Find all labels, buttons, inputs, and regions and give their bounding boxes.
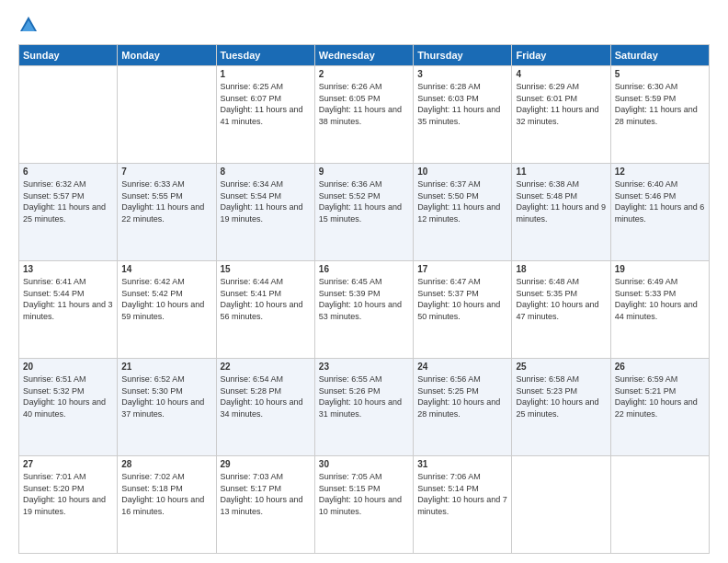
day-info: Sunrise: 6:51 AMSunset: 5:32 PMDaylight:… — [23, 373, 113, 419]
day-info: Sunrise: 7:02 AMSunset: 5:18 PMDaylight:… — [121, 471, 211, 517]
calendar-cell: 12Sunrise: 6:40 AMSunset: 5:46 PMDayligh… — [610, 164, 709, 261]
calendar-week-1: 1Sunrise: 6:25 AMSunset: 6:07 PMDaylight… — [19, 66, 710, 164]
day-info: Sunrise: 6:54 AMSunset: 5:28 PMDaylight:… — [221, 373, 311, 419]
weekday-header-tuesday: Tuesday — [216, 45, 314, 66]
calendar-cell: 5Sunrise: 6:30 AMSunset: 5:59 PMDaylight… — [610, 66, 709, 164]
calendar-cell: 11Sunrise: 6:38 AMSunset: 5:48 PMDayligh… — [512, 164, 610, 261]
calendar-cell — [610, 456, 709, 554]
day-info: Sunrise: 6:42 AMSunset: 5:42 PMDaylight:… — [121, 276, 211, 322]
day-info: Sunrise: 6:29 AMSunset: 6:01 PMDaylight:… — [516, 81, 606, 127]
calendar-cell: 6Sunrise: 6:32 AMSunset: 5:57 PMDaylight… — [19, 164, 118, 261]
day-info: Sunrise: 6:49 AMSunset: 5:33 PMDaylight:… — [615, 276, 705, 322]
day-info: Sunrise: 6:41 AMSunset: 5:44 PMDaylight:… — [23, 276, 113, 322]
weekday-header-saturday: Saturday — [610, 45, 709, 66]
calendar-cell: 10Sunrise: 6:37 AMSunset: 5:50 PMDayligh… — [414, 164, 512, 261]
calendar-cell: 15Sunrise: 6:44 AMSunset: 5:41 PMDayligh… — [216, 261, 314, 359]
calendar-week-5: 27Sunrise: 7:01 AMSunset: 5:20 PMDayligh… — [19, 456, 710, 554]
calendar-cell: 31Sunrise: 7:06 AMSunset: 5:14 PMDayligh… — [414, 456, 512, 554]
day-info: Sunrise: 6:28 AMSunset: 6:03 PMDaylight:… — [417, 81, 507, 127]
calendar-week-4: 20Sunrise: 6:51 AMSunset: 5:32 PMDayligh… — [19, 359, 710, 456]
day-info: Sunrise: 6:55 AMSunset: 5:26 PMDaylight:… — [319, 373, 409, 419]
calendar-cell: 27Sunrise: 7:01 AMSunset: 5:20 PMDayligh… — [19, 456, 118, 554]
day-info: Sunrise: 6:25 AMSunset: 6:07 PMDaylight:… — [221, 81, 311, 127]
day-info: Sunrise: 6:59 AMSunset: 5:21 PMDaylight:… — [615, 373, 705, 419]
calendar-cell: 29Sunrise: 7:03 AMSunset: 5:17 PMDayligh… — [216, 456, 314, 554]
day-info: Sunrise: 6:33 AMSunset: 5:55 PMDaylight:… — [121, 178, 211, 224]
day-number: 14 — [121, 264, 211, 274]
day-number: 29 — [221, 459, 311, 469]
day-number: 7 — [121, 167, 211, 177]
day-info: Sunrise: 6:26 AMSunset: 6:05 PMDaylight:… — [319, 81, 409, 127]
day-number: 26 — [615, 362, 705, 372]
day-number: 19 — [615, 264, 705, 274]
day-info: Sunrise: 6:30 AMSunset: 5:59 PMDaylight:… — [615, 81, 705, 127]
day-number: 28 — [121, 459, 211, 469]
day-info: Sunrise: 6:36 AMSunset: 5:52 PMDaylight:… — [319, 178, 409, 224]
weekday-header-thursday: Thursday — [414, 45, 512, 66]
day-number: 11 — [516, 167, 606, 177]
logo-icon — [18, 15, 39, 35]
day-number: 23 — [319, 362, 409, 372]
calendar-cell: 1Sunrise: 6:25 AMSunset: 6:07 PMDaylight… — [216, 66, 314, 164]
day-info: Sunrise: 6:48 AMSunset: 5:35 PMDaylight:… — [516, 276, 606, 322]
day-info: Sunrise: 7:06 AMSunset: 5:14 PMDaylight:… — [417, 471, 507, 517]
calendar-cell — [19, 66, 118, 164]
day-number: 9 — [319, 167, 409, 177]
day-number: 31 — [417, 459, 507, 469]
calendar-cell — [512, 456, 610, 554]
weekday-header-friday: Friday — [512, 45, 610, 66]
day-number: 10 — [417, 167, 507, 177]
day-info: Sunrise: 6:45 AMSunset: 5:39 PMDaylight:… — [319, 276, 409, 322]
day-number: 5 — [615, 69, 705, 79]
weekday-header-wednesday: Wednesday — [314, 45, 413, 66]
day-number: 22 — [221, 362, 311, 372]
day-info: Sunrise: 7:01 AMSunset: 5:20 PMDaylight:… — [23, 471, 113, 517]
day-number: 17 — [417, 264, 507, 274]
calendar-cell: 20Sunrise: 6:51 AMSunset: 5:32 PMDayligh… — [19, 359, 118, 456]
day-number: 30 — [319, 459, 409, 469]
day-info: Sunrise: 7:03 AMSunset: 5:17 PMDaylight:… — [221, 471, 311, 517]
day-number: 3 — [417, 69, 507, 79]
page: SundayMondayTuesdayWednesdayThursdayFrid… — [0, 0, 728, 563]
calendar-cell: 16Sunrise: 6:45 AMSunset: 5:39 PMDayligh… — [314, 261, 413, 359]
calendar-cell: 13Sunrise: 6:41 AMSunset: 5:44 PMDayligh… — [19, 261, 118, 359]
calendar-cell: 14Sunrise: 6:42 AMSunset: 5:42 PMDayligh… — [118, 261, 216, 359]
calendar-cell: 9Sunrise: 6:36 AMSunset: 5:52 PMDaylight… — [314, 164, 413, 261]
calendar-cell: 3Sunrise: 6:28 AMSunset: 6:03 PMDaylight… — [414, 66, 512, 164]
day-number: 1 — [221, 69, 311, 79]
day-number: 18 — [516, 264, 606, 274]
calendar-cell: 19Sunrise: 6:49 AMSunset: 5:33 PMDayligh… — [610, 261, 709, 359]
day-number: 25 — [516, 362, 606, 372]
calendar-cell: 24Sunrise: 6:56 AMSunset: 5:25 PMDayligh… — [414, 359, 512, 456]
calendar-cell — [118, 66, 216, 164]
calendar-cell: 17Sunrise: 6:47 AMSunset: 5:37 PMDayligh… — [414, 261, 512, 359]
day-number: 21 — [121, 362, 211, 372]
calendar-week-3: 13Sunrise: 6:41 AMSunset: 5:44 PMDayligh… — [19, 261, 710, 359]
calendar-cell: 22Sunrise: 6:54 AMSunset: 5:28 PMDayligh… — [216, 359, 314, 456]
calendar-cell: 25Sunrise: 6:58 AMSunset: 5:23 PMDayligh… — [512, 359, 610, 456]
calendar-cell: 4Sunrise: 6:29 AMSunset: 6:01 PMDaylight… — [512, 66, 610, 164]
day-info: Sunrise: 6:34 AMSunset: 5:54 PMDaylight:… — [221, 178, 311, 224]
calendar-cell: 18Sunrise: 6:48 AMSunset: 5:35 PMDayligh… — [512, 261, 610, 359]
calendar-week-2: 6Sunrise: 6:32 AMSunset: 5:57 PMDaylight… — [19, 164, 710, 261]
day-info: Sunrise: 6:40 AMSunset: 5:46 PMDaylight:… — [615, 178, 705, 224]
day-number: 13 — [23, 264, 113, 274]
calendar-table: SundayMondayTuesdayWednesdayThursdayFrid… — [18, 44, 710, 554]
day-info: Sunrise: 6:47 AMSunset: 5:37 PMDaylight:… — [417, 276, 507, 322]
calendar-cell: 7Sunrise: 6:33 AMSunset: 5:55 PMDaylight… — [118, 164, 216, 261]
calendar-cell: 30Sunrise: 7:05 AMSunset: 5:15 PMDayligh… — [314, 456, 413, 554]
day-number: 20 — [23, 362, 113, 372]
day-number: 15 — [221, 264, 311, 274]
day-info: Sunrise: 6:38 AMSunset: 5:48 PMDaylight:… — [516, 178, 606, 224]
day-info: Sunrise: 6:44 AMSunset: 5:41 PMDaylight:… — [221, 276, 311, 322]
calendar-cell: 26Sunrise: 6:59 AMSunset: 5:21 PMDayligh… — [610, 359, 709, 456]
day-number: 2 — [319, 69, 409, 79]
calendar-cell: 2Sunrise: 6:26 AMSunset: 6:05 PMDaylight… — [314, 66, 413, 164]
calendar-cell: 28Sunrise: 7:02 AMSunset: 5:18 PMDayligh… — [118, 456, 216, 554]
day-info: Sunrise: 6:52 AMSunset: 5:30 PMDaylight:… — [121, 373, 211, 419]
day-info: Sunrise: 6:37 AMSunset: 5:50 PMDaylight:… — [417, 178, 507, 224]
header — [18, 15, 710, 35]
calendar-cell: 21Sunrise: 6:52 AMSunset: 5:30 PMDayligh… — [118, 359, 216, 456]
day-number: 12 — [615, 167, 705, 177]
calendar-cell: 8Sunrise: 6:34 AMSunset: 5:54 PMDaylight… — [216, 164, 314, 261]
